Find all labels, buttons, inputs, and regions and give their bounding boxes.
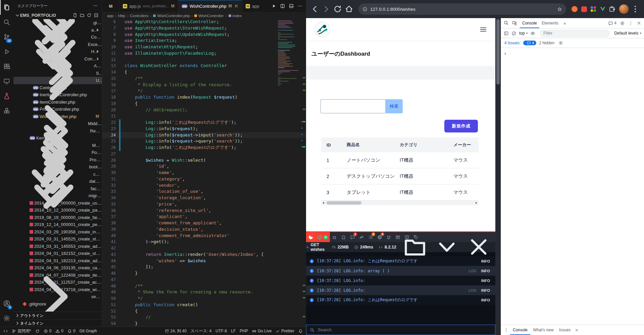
code-line[interactable]: 26 Log::info('これはRequestのログです'); — [102, 145, 306, 151]
status-left-0[interactable] — [3, 327, 8, 335]
forward-button[interactable] — [321, 4, 331, 14]
gear-icon[interactable] — [558, 41, 563, 45]
inspect-element-icon[interactable] — [504, 20, 509, 26]
drawer-tab[interactable]: What's new — [530, 325, 556, 335]
toggle-panel-icon[interactable] — [289, 3, 294, 9]
project-root-row[interactable]: EMS_PORTFOLIO — [13, 11, 102, 19]
device-toolbar-icon[interactable] — [512, 20, 517, 26]
debugbar-bug-icon[interactable] — [330, 232, 339, 242]
drawer-menu-icon[interactable] — [504, 328, 509, 333]
code-line[interactable]: 33 'location_of_use', — [102, 188, 306, 195]
status-left-4[interactable]: 0 — [55, 327, 63, 335]
devtools-messages-badge[interactable]: 4 — [608, 21, 616, 26]
breadcrumb-item-WishController.php[interactable]: WishController.php — [153, 14, 190, 18]
status-right-6[interactable]: Prettier — [276, 327, 294, 335]
extension-icon-2[interactable] — [580, 5, 588, 13]
page-scrollbar[interactable] — [495, 18, 501, 335]
code-line[interactable]: 49 * Show the form for creating a new re… — [102, 289, 306, 295]
debugbar-php-version[interactable]: 8.2.12 — [379, 245, 396, 249]
more-tabs-icon[interactable]: » — [563, 21, 566, 26]
code-line[interactable]: 20 // dd($request); — [102, 107, 306, 113]
address-bar[interactable]: 127.0.0.1:8000/wishes — [358, 3, 566, 15]
tree-file-2024_03_31_145553_create_admi...[interactable]: 2024_03_31_145553_create_admi... — [13, 243, 102, 250]
hidden-messages-link[interactable]: 2 hidden — [539, 41, 554, 45]
status-right-4[interactable]: PHP — [240, 327, 248, 335]
code-line[interactable]: 30 'name', — [102, 170, 306, 176]
scroll-left-arrow-icon[interactable] — [321, 201, 326, 205]
activity-containers-icon[interactable] — [0, 103, 13, 118]
status-right-3[interactable]: LF — [231, 327, 236, 335]
activity-search-icon[interactable] — [0, 15, 13, 30]
code-line[interactable]: 13class WishController extends Controlle… — [102, 63, 306, 69]
run-button[interactable] — [271, 3, 277, 9]
home-button[interactable] — [344, 4, 354, 14]
drawer-tab[interactable]: Issues — [556, 325, 574, 335]
reload-button[interactable] — [333, 4, 342, 14]
debugbar-time[interactable]: 249ms — [354, 245, 373, 249]
code-line[interactable]: 27 — [102, 151, 306, 157]
code-line[interactable]: 43 return Inertia::render('User/Wishes/I… — [102, 252, 306, 258]
issues-badge[interactable]: 4 — [523, 41, 536, 45]
code-line[interactable]: 11use Illuminate\Support\Facades\Log; — [102, 50, 306, 57]
more-options-icon[interactable] — [628, 21, 633, 26]
status-right-5[interactable]: Go Live — [252, 327, 271, 335]
status-right-1[interactable]: スペース: 4 — [191, 327, 211, 335]
browser-menu-icon[interactable] — [631, 4, 640, 14]
devtools-tab-elements[interactable]: Elements — [539, 18, 561, 28]
code-line[interactable]: 25 Log::info($request->query('search')); — [102, 138, 306, 145]
breadcrumb-item-app[interactable]: app — [107, 14, 113, 18]
debugbar-routes-icon[interactable] — [411, 232, 420, 242]
bookmark-star-icon[interactable] — [557, 7, 562, 12]
minimap[interactable] — [278, 19, 301, 327]
code-line[interactable]: 16 * Display a listing of the resource. — [102, 82, 306, 88]
code-line[interactable]: 28 $wishes = Wish::select( — [102, 157, 306, 164]
code-editor[interactable]: 6use App\Http\Controllers\Controller;7us… — [102, 19, 306, 327]
code-line[interactable]: 38 'comment_from_applicant', — [102, 220, 306, 226]
code-line[interactable]: 17 */ — [102, 88, 306, 94]
clear-console-icon[interactable] — [511, 31, 516, 36]
code-line[interactable]: 18 public function index(Request $reques… — [102, 94, 306, 101]
activity-source-control-icon[interactable]: 12 — [0, 30, 13, 44]
close-icon[interactable] — [637, 21, 641, 25]
table-row[interactable]: 2デスクトップパソコンIT機器マウス — [321, 168, 479, 184]
debugbar-models-icon[interactable]: 4 — [375, 232, 384, 242]
debugbar-telescope-icon[interactable]: S — [315, 232, 330, 242]
tab-appjs-2[interactable]: JSapp — [242, 0, 263, 12]
debugbar-views-icon[interactable] — [402, 232, 411, 242]
table-row[interactable]: 3タブレットIT機器マウス — [321, 184, 479, 201]
code-line[interactable]: 24 Log::info($request->input('search')); — [102, 132, 306, 138]
horizontal-scroll-thumb[interactable] — [327, 201, 361, 205]
timeline-section[interactable]: タイムライン — [13, 319, 102, 327]
status-left-6[interactable]: Git Graph — [80, 327, 97, 335]
code-line[interactable]: 48 /** — [102, 283, 306, 289]
log-entry[interactable]: [10:37:28] LOG.info:LOGINFO — [306, 285, 495, 295]
tab-wishcontroller[interactable]: phpWishController.phpM — [178, 0, 242, 12]
tree-folder-seeders[interactable]: seeders — [13, 293, 102, 300]
activity-account-icon[interactable]: 1 — [0, 296, 13, 311]
code-line[interactable]: 31 'category', — [102, 176, 306, 182]
scroll-right-arrow-icon[interactable] — [474, 201, 479, 205]
code-line[interactable]: 44 'wishes' => $wishes — [102, 258, 306, 264]
page-scroll-thumb[interactable] — [496, 19, 500, 85]
code-line[interactable]: 40 'comment_from_administrator' — [102, 233, 306, 239]
explorer-more-icon[interactable] — [93, 3, 98, 8]
console-sidebar-icon[interactable] — [504, 31, 509, 36]
devtools-tab-console[interactable]: Console — [520, 18, 539, 28]
issues-link[interactable]: 4 Issues: — [504, 41, 521, 45]
console-filter-input[interactable] — [540, 30, 609, 37]
outline-section[interactable]: アウトライン — [13, 312, 102, 319]
log-entry[interactable]: [10:37:28] LOG.info: これはRequestのログですINFO — [306, 295, 495, 305]
site-info-icon[interactable] — [362, 7, 367, 12]
log-levels-selector[interactable]: Default levels▾ — [614, 31, 641, 36]
code-line[interactable]: 15 /** — [102, 75, 306, 82]
table-row[interactable]: 1ノートパソコンIT機器マウス — [321, 152, 479, 168]
code-line[interactable]: 47 — [102, 277, 306, 283]
activity-remote-explorer-icon[interactable] — [0, 74, 13, 89]
create-button[interactable]: 新規作成 — [444, 120, 478, 132]
debugbar-route[interactable]: GET wishes — [306, 242, 326, 252]
code-line[interactable]: 12 — [102, 57, 306, 63]
code-line[interactable]: 14{ — [102, 69, 306, 75]
debugbar-mails-icon[interactable] — [384, 232, 393, 242]
breadcrumb-item-Http[interactable]: Http — [118, 14, 125, 18]
console-output[interactable]: › — [501, 48, 644, 325]
